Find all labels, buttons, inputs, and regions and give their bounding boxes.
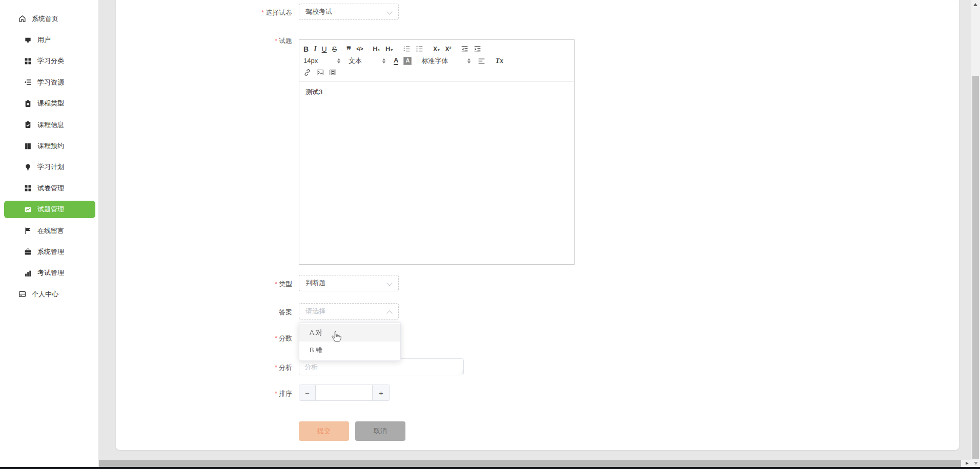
- score-label: *分数: [205, 334, 292, 343]
- sidebar-item-label: 试题管理: [37, 205, 64, 214]
- sidebar-item-online-messages[interactable]: 在线留言: [0, 220, 98, 241]
- bullet-list-button[interactable]: [416, 45, 423, 53]
- sort-label: *排序: [205, 389, 292, 398]
- sidebar-item-label: 考试管理: [37, 268, 64, 278]
- clipboard-x-icon: [24, 100, 32, 108]
- required-asterisk: *: [261, 9, 264, 16]
- scroll-up-arrow-icon[interactable]: [973, 3, 977, 6]
- bold-button[interactable]: B: [303, 46, 309, 53]
- header-1-button[interactable]: H₁: [373, 46, 380, 52]
- text-color-button[interactable]: A: [394, 57, 398, 65]
- type-select[interactable]: 判断题: [299, 275, 399, 291]
- sidebar-item-study-plan[interactable]: 学习计划: [0, 157, 98, 178]
- answer-select[interactable]: 请选择: [299, 303, 399, 319]
- outdent-button[interactable]: [461, 45, 468, 53]
- indent-button[interactable]: [474, 45, 481, 53]
- sidebar-item-system-management[interactable]: 系统管理: [0, 241, 98, 262]
- sidebar-item-home[interactable]: 系统首页: [0, 8, 98, 29]
- sidebar-item-label: 学习计划: [37, 162, 64, 172]
- sidebar-item-question-management[interactable]: 试题管理: [0, 199, 98, 220]
- code-block-button[interactable]: </>: [356, 47, 363, 52]
- bar-chart-icon: [24, 269, 32, 277]
- scroll-down-arrow-icon[interactable]: [974, 462, 978, 465]
- horizontal-scrollbar[interactable]: [99, 460, 971, 467]
- font-family-picker[interactable]: 标准字体: [421, 56, 471, 66]
- clear-format-button[interactable]: Tx: [495, 57, 503, 65]
- answer-label: 答案: [205, 308, 292, 317]
- image-icon[interactable]: [316, 69, 324, 76]
- decrement-button[interactable]: −: [299, 385, 316, 400]
- answer-dropdown-panel: A.对 B.错: [299, 322, 401, 361]
- stepper-arrows-icon: [467, 58, 471, 63]
- highlight-color-button[interactable]: A: [403, 57, 412, 65]
- question-form-card: *选择试卷 驾校考试 *试题 B I U S ❞ </> H₁ H₂: [116, 0, 959, 450]
- chevron-down-icon: [386, 9, 392, 14]
- link-icon[interactable]: [303, 69, 311, 76]
- strikethrough-button[interactable]: S: [332, 46, 337, 53]
- italic-button[interactable]: I: [314, 46, 316, 53]
- sidebar-item-label: 课程信息: [37, 120, 64, 130]
- sidebar-item-course-type[interactable]: 课程类型: [0, 93, 98, 114]
- subscript-button[interactable]: X₂: [433, 46, 440, 52]
- superscript-button[interactable]: X²: [445, 46, 451, 52]
- sort-stepper: − +: [299, 385, 390, 401]
- align-button[interactable]: [478, 57, 485, 65]
- sort-input[interactable]: [316, 385, 372, 400]
- home-icon: [18, 15, 26, 23]
- type-label: *类型: [205, 280, 292, 289]
- analysis-label: *分析: [205, 363, 292, 372]
- sidebar-item-label: 课程预约: [37, 141, 64, 151]
- answer-option-b[interactable]: B.错: [299, 342, 400, 359]
- blockquote-button[interactable]: ❞: [346, 46, 351, 54]
- question-label: *试题: [205, 36, 292, 46]
- grid-icon: [24, 57, 32, 65]
- required-asterisk: *: [275, 37, 277, 45]
- paper-select[interactable]: 驾校考试: [299, 4, 399, 20]
- stepper-arrows-icon: [337, 58, 340, 63]
- sidebar-item-label: 学习分类: [37, 56, 64, 66]
- header-picker[interactable]: 文本: [349, 56, 385, 66]
- sidebar-item-course-booking[interactable]: 课程预约: [0, 135, 98, 156]
- sidebar: 系统首页 用户 学习分类 学习资源 课程类型: [0, 0, 99, 467]
- answer-select-placeholder: 请选择: [305, 307, 325, 316]
- underline-button[interactable]: U: [322, 46, 327, 53]
- cancel-button[interactable]: 取消: [355, 421, 405, 441]
- sidebar-item-paper-management[interactable]: 试卷管理: [0, 178, 98, 199]
- paper-label: *选择试卷: [205, 8, 292, 17]
- sidebar-item-label: 系统管理: [37, 247, 64, 257]
- sidebar-item-label: 用户: [37, 35, 51, 45]
- answer-option-a[interactable]: A.对: [299, 324, 400, 342]
- sidebar-item-exam-management[interactable]: 考试管理: [0, 263, 98, 284]
- chevron-up-icon: [386, 310, 392, 316]
- header-2-button[interactable]: H₂: [385, 46, 393, 52]
- chevron-down-icon: [386, 280, 392, 286]
- video-icon[interactable]: [329, 69, 337, 76]
- sidebar-item-label: 学习资源: [37, 78, 64, 87]
- required-asterisk: *: [275, 390, 277, 397]
- font-size-picker[interactable]: 14px: [303, 57, 340, 65]
- required-asterisk: *: [275, 280, 277, 288]
- bulb-icon: [24, 163, 32, 171]
- sidebar-item-study-resource[interactable]: 学习资源: [0, 72, 98, 93]
- required-asterisk: *: [275, 334, 277, 342]
- sidebar-item-label: 试卷管理: [37, 184, 64, 193]
- sidebar-item-users[interactable]: 用户: [0, 29, 98, 50]
- sidebar-item-study-category[interactable]: 学习分类: [0, 51, 98, 72]
- vertical-scrollbar[interactable]: [971, 0, 980, 460]
- sidebar-item-personal-center[interactable]: 个人中心: [0, 284, 98, 305]
- editor-content[interactable]: 测试3: [299, 81, 574, 268]
- list-icon: [24, 78, 32, 86]
- sidebar-item-label: 课程类型: [37, 99, 64, 108]
- header-picker-value: 文本: [349, 56, 362, 66]
- rich-text-editor: B I U S ❞ </> H₁ H₂ X₂ X²: [299, 39, 575, 265]
- sidebar-item-label: 个人中心: [32, 290, 58, 299]
- scroll-right-arrow-icon[interactable]: [966, 462, 969, 465]
- sidebar-item-course-info[interactable]: 课程信息: [0, 114, 98, 135]
- submit-button[interactable]: 提交: [299, 421, 349, 441]
- user-icon: [24, 36, 32, 44]
- vertical-scrollbar-thumb[interactable]: [972, 76, 979, 459]
- ordered-list-button[interactable]: [403, 45, 411, 53]
- horizontal-scrollbar-thumb[interactable]: [99, 460, 961, 467]
- increment-button[interactable]: +: [372, 385, 390, 400]
- sidebar-item-label: 系统首页: [32, 14, 58, 24]
